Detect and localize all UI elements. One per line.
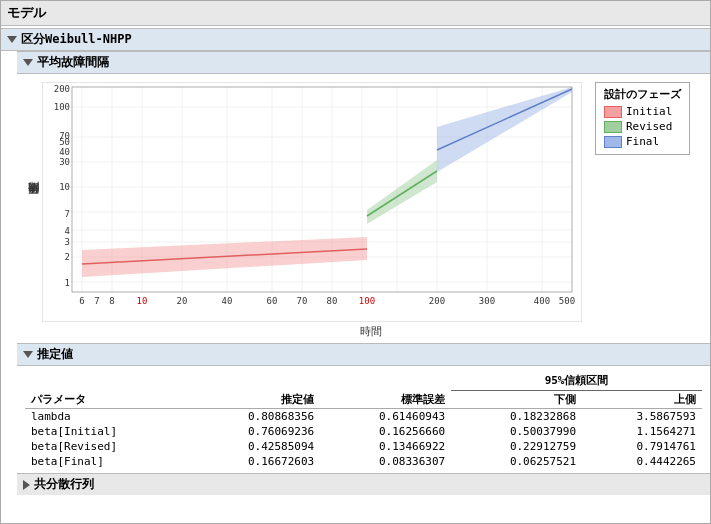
svg-text:10: 10	[137, 296, 148, 306]
cell-stderr-2: 0.13466922	[320, 439, 451, 454]
model-section: 区分Weibull-NHPP 平均故障間隔 平均故障間隔	[1, 26, 710, 497]
legend-item-initial: Initial	[604, 105, 681, 118]
svg-text:3: 3	[65, 237, 70, 247]
cell-estimate-0: 0.80868356	[189, 409, 320, 425]
chart-container: 平均故障間隔	[17, 74, 710, 343]
chart-title: 平均故障間隔	[37, 54, 109, 71]
model-header[interactable]: 区分Weibull-NHPP	[1, 28, 710, 51]
svg-text:200: 200	[54, 84, 70, 94]
col-stderr-spacer	[320, 372, 451, 391]
cell-upper-1: 1.1564271	[582, 424, 702, 439]
cell-estimate-1: 0.76069236	[189, 424, 320, 439]
svg-text:20: 20	[177, 296, 188, 306]
col-header-lower: 下側	[451, 391, 582, 409]
svg-text:1: 1	[65, 278, 70, 288]
variance-expand-triangle	[23, 480, 30, 490]
collapse-triangle	[7, 36, 17, 43]
col-header-upper: 上側	[582, 391, 702, 409]
page-title: モデル	[1, 1, 710, 26]
cell-lower-0: 0.18232868	[451, 409, 582, 425]
svg-text:60: 60	[267, 296, 278, 306]
estimates-header[interactable]: 推定値	[17, 343, 710, 366]
cell-param-1: beta[Initial]	[25, 424, 189, 439]
cell-param-3: beta[Final]	[25, 454, 189, 469]
cell-estimate-3: 0.16672603	[189, 454, 320, 469]
legend-title: 設計のフェーズ	[604, 87, 681, 102]
x-axis-label: 時間	[42, 324, 700, 339]
cell-estimate-2: 0.42585094	[189, 439, 320, 454]
svg-text:500: 500	[559, 296, 575, 306]
svg-text:40: 40	[59, 147, 70, 157]
svg-text:400: 400	[534, 296, 550, 306]
chart-header[interactable]: 平均故障間隔	[17, 51, 710, 74]
cell-upper-3: 0.4442265	[582, 454, 702, 469]
svg-text:40: 40	[222, 296, 233, 306]
svg-text:70: 70	[59, 131, 70, 141]
estimates-title: 推定値	[37, 346, 73, 363]
legend-swatch-revised	[604, 121, 622, 133]
legend-label-initial: Initial	[626, 105, 672, 118]
cell-upper-0: 3.5867593	[582, 409, 702, 425]
estimates-collapse-triangle	[23, 351, 33, 358]
table-row: beta[Initial] 0.76069236 0.16256660 0.50…	[25, 424, 702, 439]
cell-param-0: lambda	[25, 409, 189, 425]
svg-text:200: 200	[429, 296, 445, 306]
col-header-row: パラメータ 推定値 標準誤差 下側 上側	[25, 391, 702, 409]
estimates-table-section: 95%信頼区間 パラメータ 推定値 標準誤差 下側 上側 lambda 0.80…	[17, 366, 710, 473]
table-row: beta[Final] 0.16672603 0.08336307 0.0625…	[25, 454, 702, 469]
col-param-spacer	[25, 372, 189, 391]
col-estimate-spacer	[189, 372, 320, 391]
ci-header-row: 95%信頼区間	[25, 372, 702, 391]
col-header-param: パラメータ	[25, 391, 189, 409]
svg-text:8: 8	[109, 296, 114, 306]
legend-item-final: Final	[604, 135, 681, 148]
chart-svg: 1 2 3 4 7 10 30 40 50 70 100 200 6	[42, 82, 582, 322]
chart-legend: 設計のフェーズ Initial Revised Final	[595, 82, 690, 155]
legend-swatch-initial	[604, 106, 622, 118]
svg-text:100: 100	[359, 296, 375, 306]
cell-stderr-1: 0.16256660	[320, 424, 451, 439]
y-axis-label: 平均故障間隔	[27, 92, 40, 312]
svg-text:10: 10	[59, 182, 70, 192]
cell-lower-2: 0.22912759	[451, 439, 582, 454]
legend-item-revised: Revised	[604, 120, 681, 133]
svg-text:7: 7	[94, 296, 99, 306]
legend-label-final: Final	[626, 135, 659, 148]
svg-text:100: 100	[54, 102, 70, 112]
col-header-estimate: 推定値	[189, 391, 320, 409]
svg-text:7: 7	[65, 209, 70, 219]
legend-label-revised: Revised	[626, 120, 672, 133]
model-name: 区分Weibull-NHPP	[21, 31, 132, 48]
svg-text:70: 70	[297, 296, 308, 306]
legend-swatch-final	[604, 136, 622, 148]
cell-stderr-3: 0.08336307	[320, 454, 451, 469]
variance-bar[interactable]: 共分散行列	[17, 473, 710, 495]
svg-text:30: 30	[59, 157, 70, 167]
chart-collapse-triangle	[23, 59, 33, 66]
variance-label: 共分散行列	[34, 476, 94, 493]
ci-group-header: 95%信頼区間	[451, 372, 702, 391]
svg-text:80: 80	[327, 296, 338, 306]
chart-area: 1 2 3 4 7 10 30 40 50 70 100 200 6	[42, 82, 700, 339]
cell-param-2: beta[Revised]	[25, 439, 189, 454]
cell-upper-2: 0.7914761	[582, 439, 702, 454]
table-row: beta[Revised] 0.42585094 0.13466922 0.22…	[25, 439, 702, 454]
table-row: lambda 0.80868356 0.61460943 0.18232868 …	[25, 409, 702, 425]
svg-text:300: 300	[479, 296, 495, 306]
col-header-stderr: 標準誤差	[320, 391, 451, 409]
estimates-table: 95%信頼区間 パラメータ 推定値 標準誤差 下側 上側 lambda 0.80…	[25, 372, 702, 469]
svg-text:4: 4	[65, 226, 70, 236]
cell-stderr-0: 0.61460943	[320, 409, 451, 425]
cell-lower-3: 0.06257521	[451, 454, 582, 469]
svg-text:2: 2	[65, 252, 70, 262]
cell-lower-1: 0.50037990	[451, 424, 582, 439]
svg-text:6: 6	[79, 296, 84, 306]
